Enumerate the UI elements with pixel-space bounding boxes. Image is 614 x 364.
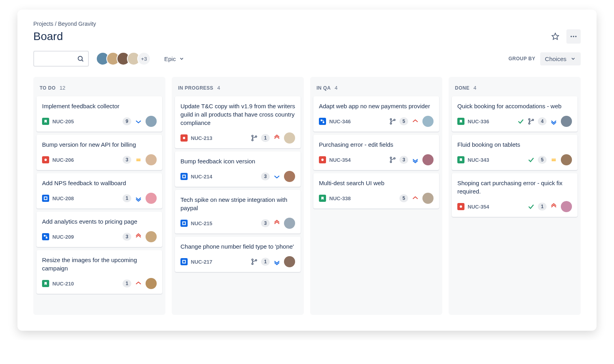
board-column: DONE4Quick booking for accomodations - w…: [449, 77, 581, 315]
assignee-avatar[interactable]: [146, 278, 157, 289]
assignee-filter-overflow[interactable]: +3: [137, 52, 151, 65]
svg-point-32: [529, 123, 530, 124]
issue-card[interactable]: Fluid booking on tabletsNUC-3435: [452, 135, 578, 170]
star-button[interactable]: [548, 29, 562, 44]
star-icon: [551, 33, 559, 40]
column-title: TO DO: [40, 85, 56, 91]
issue-key: NUC-338: [329, 195, 351, 201]
column-title: IN PROGRESS: [178, 85, 213, 91]
issue-card[interactable]: Change phone number field type to 'phone…: [175, 237, 301, 272]
search-input[interactable]: [33, 51, 89, 67]
svg-point-14: [252, 139, 253, 141]
column-title: DONE: [455, 85, 470, 91]
done-check-icon: [528, 203, 535, 210]
assignee-avatar[interactable]: [146, 154, 157, 165]
task-issue-type-icon: [180, 258, 188, 265]
group-by-select[interactable]: Choices: [540, 52, 581, 65]
story-points-badge: 5: [538, 156, 547, 164]
assignee-filter-avatars: +3: [96, 52, 151, 65]
assignee-avatar[interactable]: [422, 154, 434, 165]
svg-marker-0: [552, 33, 559, 40]
column-count: 4: [474, 85, 476, 91]
issue-card[interactable]: Update T&C copy with v1.9 from the write…: [175, 96, 301, 148]
breadcrumb-project-link[interactable]: Beyond Gravity: [58, 21, 96, 27]
priority-highest-icon: [550, 203, 558, 211]
priority-medium-icon: [550, 156, 558, 164]
issue-card[interactable]: Add analytics events to pricing pageNUC-…: [36, 212, 162, 247]
svg-point-12: [183, 137, 185, 139]
story-points-badge: 1: [123, 194, 131, 202]
epic-filter[interactable]: Epic: [161, 53, 188, 65]
story-points-badge: 3: [123, 233, 131, 241]
story-points-badge: 5: [399, 117, 408, 125]
issue-card[interactable]: Multi-dest search UI webNUC-3385: [313, 173, 439, 209]
issue-card[interactable]: Shoping cart purchasing error - quick fi…: [452, 173, 578, 217]
chevron-down-icon: [179, 56, 184, 61]
task-issue-type-icon: [180, 220, 188, 227]
assignee-avatar[interactable]: [284, 218, 295, 229]
story-points-badge: 3: [261, 172, 270, 180]
svg-rect-11: [46, 237, 48, 239]
issue-key: NUC-217: [191, 259, 212, 265]
breadcrumb-root-link[interactable]: Projects: [33, 21, 54, 27]
issue-card[interactable]: Implement feedback collectorNUC-2059: [36, 96, 162, 132]
issue-title: Implement feedback collector: [42, 102, 157, 110]
assignee-avatar[interactable]: [422, 193, 434, 204]
issue-key: NUC-346: [329, 119, 351, 125]
svg-point-26: [394, 119, 395, 121]
issue-card[interactable]: Bump feedback icon versionNUC-2143: [175, 151, 301, 187]
issue-card[interactable]: Quick booking for accomodations - webNUC…: [452, 96, 578, 132]
svg-point-15: [255, 136, 257, 137]
issue-card[interactable]: Tech spike on new stripe integration wit…: [175, 190, 301, 234]
done-check-icon: [528, 156, 535, 163]
assignee-avatar[interactable]: [146, 231, 157, 242]
svg-point-2: [573, 36, 574, 37]
branch-icon: [251, 258, 258, 265]
issue-card[interactable]: Resize the images for the upcoming campa…: [36, 250, 162, 294]
svg-line-5: [82, 60, 83, 61]
branch-icon: [251, 134, 258, 142]
assignee-avatar[interactable]: [284, 132, 295, 144]
story-points-badge: 1: [261, 258, 270, 266]
issue-title: Add NPS feedback to wallboard: [42, 179, 157, 187]
task-issue-type-icon: [180, 173, 188, 180]
priority-lowest-icon: [134, 194, 142, 202]
board-column: IN PROGRESS4Update T&C copy with v1.9 fr…: [172, 77, 304, 315]
more-actions-button[interactable]: [566, 29, 581, 44]
assignee-avatar[interactable]: [284, 171, 295, 182]
group-by-label: GROUP BY: [508, 56, 535, 61]
svg-rect-18: [183, 261, 186, 263]
bug-issue-type-icon: [42, 156, 49, 163]
priority-lowest-icon: [273, 258, 281, 266]
issue-card[interactable]: Adapt web app no new payments providerNU…: [313, 96, 439, 132]
column-count: 4: [335, 85, 338, 91]
issue-title: Add analytics events to pricing page: [42, 217, 157, 226]
assignee-avatar[interactable]: [422, 116, 434, 127]
svg-point-31: [529, 119, 530, 120]
search-icon: [77, 55, 84, 62]
issue-key: NUC-206: [52, 157, 74, 163]
svg-rect-17: [183, 222, 186, 225]
bug-issue-type-icon: [457, 203, 464, 210]
branch-icon: [389, 156, 396, 163]
page-title: Board: [33, 30, 63, 43]
assignee-avatar[interactable]: [561, 154, 572, 165]
issue-card[interactable]: Bump version for new API for billingNUC-…: [36, 135, 162, 170]
svg-point-1: [571, 36, 572, 37]
assignee-avatar[interactable]: [561, 201, 572, 212]
board-column: IN QA4Adapt web app no new payments prov…: [310, 77, 442, 315]
assignee-avatar[interactable]: [146, 193, 157, 204]
column-title: IN QA: [317, 85, 331, 91]
group-by-value: Choices: [545, 56, 566, 62]
svg-point-28: [390, 157, 392, 159]
svg-point-36: [460, 205, 462, 208]
issue-title: Resize the images for the upcoming campa…: [42, 256, 157, 272]
issue-card[interactable]: Add NPS feedback to wallboardNUC-2081: [36, 173, 162, 209]
assignee-avatar[interactable]: [561, 116, 572, 127]
issue-title: Quick booking for accomodations - web: [457, 102, 572, 110]
priority-low-icon: [134, 117, 142, 125]
assignee-avatar[interactable]: [146, 116, 157, 127]
issue-title: Bump feedback icon version: [180, 157, 295, 165]
issue-card[interactable]: Purchasing error - edit fieldsNUC-3543: [313, 135, 439, 170]
assignee-avatar[interactable]: [284, 256, 295, 267]
